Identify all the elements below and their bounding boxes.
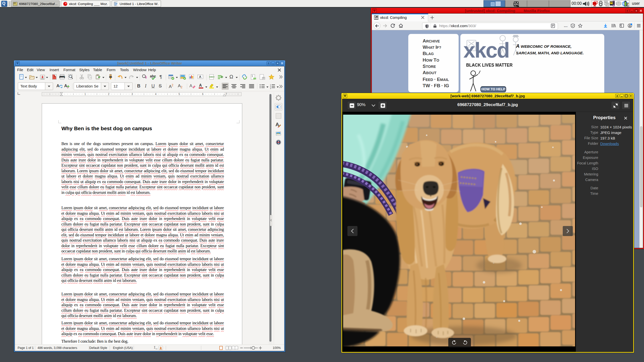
svg-text:4: 4 bbox=[155, 93, 156, 96]
svg-text:Ω: Ω bbox=[229, 74, 233, 79]
svg-text:1: 1 bbox=[252, 75, 253, 77]
svg-text:xkcd: xkcd bbox=[463, 38, 509, 62]
svg-text:A: A bbox=[189, 83, 192, 88]
svg-text:A: A bbox=[199, 75, 202, 79]
svg-text:5: 5 bbox=[179, 93, 180, 96]
svg-text:abc: abc bbox=[150, 74, 156, 78]
svg-text:60: 60 bbox=[627, 5, 629, 7]
svg-text:3: 3 bbox=[270, 87, 271, 89]
svg-text:A: A bbox=[199, 83, 202, 87]
svg-text:A: A bbox=[56, 83, 59, 88]
svg-text:6: 6 bbox=[202, 93, 204, 96]
svg-text:1: 1 bbox=[85, 93, 86, 96]
svg-text:3: 3 bbox=[132, 93, 133, 96]
svg-text:2: 2 bbox=[108, 93, 109, 96]
svg-text:A: A bbox=[64, 83, 67, 88]
svg-text:¶: ¶ bbox=[159, 74, 162, 79]
